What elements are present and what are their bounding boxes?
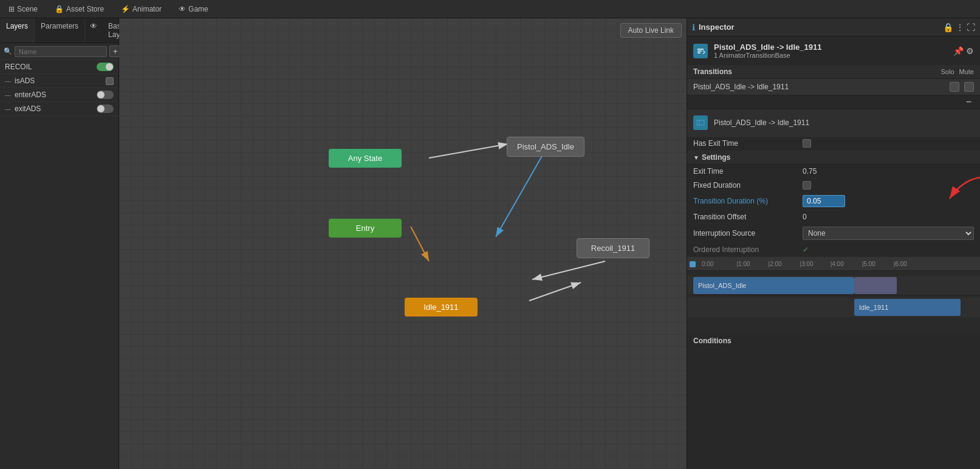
svg-line-6 bbox=[532, 261, 605, 279]
transition-offset-row: Transition Offset 0 bbox=[687, 210, 980, 224]
settings-header-icon[interactable]: ⚙ bbox=[966, 46, 974, 56]
param-enterads: — enterADS bbox=[0, 88, 118, 102]
param-exitads-label: exitADS bbox=[15, 104, 93, 113]
tab-row: Layers Parameters 👁 Base Layer bbox=[0, 18, 118, 43]
animator-icon: ⚡ bbox=[121, 5, 130, 13]
transition-row[interactable]: Pistol_ADS_Idle -> Idle_1911 bbox=[687, 79, 980, 95]
state-any-state[interactable]: Any State bbox=[329, 149, 402, 168]
param-exitads-toggle[interactable] bbox=[97, 104, 114, 113]
auto-live-button[interactable]: Auto Live Link bbox=[620, 23, 682, 38]
exit-time-value: 0.75 bbox=[803, 167, 974, 176]
sub-transition-section: Pistol_ADS_Idle -> Idle_1911 bbox=[687, 109, 980, 137]
sub-transition-label: Pistol_ADS_Idle -> Idle_1911 bbox=[714, 118, 809, 127]
param-isads-dash: — bbox=[5, 78, 11, 84]
timeline-row-1: Pistol_ADS_Idle bbox=[687, 276, 980, 295]
param-enterads-dash: — bbox=[5, 92, 11, 98]
pin-icon[interactable]: 📌 bbox=[953, 46, 964, 56]
has-exit-time-checkbox[interactable] bbox=[803, 139, 811, 148]
canvas-area: Auto Live Link bbox=[119, 18, 687, 469]
state-entry[interactable]: Entry bbox=[329, 219, 402, 238]
inspector-title: Inspector bbox=[699, 22, 735, 32]
inspector-icon-group: 🔒 ⋮ ⛶ bbox=[943, 22, 975, 32]
timeline-track-pistol[interactable]: Pistol_ADS_Idle bbox=[693, 277, 854, 294]
minus-button[interactable]: − bbox=[964, 97, 974, 108]
ruler-mark-4: |4:00 bbox=[831, 261, 844, 267]
timeline-track-idle-label: Idle_1911 bbox=[859, 304, 888, 311]
conditions-section: Conditions bbox=[687, 332, 980, 350]
svg-line-5 bbox=[496, 152, 544, 237]
info-icon: ℹ bbox=[692, 22, 695, 32]
maximize-icon[interactable]: ⛶ bbox=[967, 22, 975, 32]
ruler-mark-5: |5:00 bbox=[862, 261, 875, 267]
fixed-duration-checkbox[interactable] bbox=[803, 181, 811, 190]
transition-duration-label: Transition Duration (%) bbox=[693, 197, 803, 205]
solo-mute-labels: Solo Mute bbox=[941, 68, 975, 75]
transition-info-text: Pistol_ADS_Idle -> Idle_1911 1 AnimatorT… bbox=[714, 43, 821, 59]
transition-header-subtitle: 1 AnimatorTransitionBase bbox=[714, 52, 821, 59]
svg-line-3 bbox=[429, 144, 508, 158]
param-enterads-toggle[interactable] bbox=[97, 91, 114, 99]
sub-transition-icon bbox=[693, 115, 708, 130]
state-pistol-ads-idle[interactable]: Pistol_ADS_Idle bbox=[507, 137, 584, 157]
tab-layers[interactable]: Layers bbox=[0, 18, 35, 43]
scene-label: Scene bbox=[17, 5, 38, 13]
scene-grid-icon: ⊞ bbox=[9, 5, 15, 13]
transition-icon bbox=[693, 44, 708, 58]
inspector-header: ℹ Inspector 🔒 ⋮ ⛶ bbox=[687, 18, 980, 36]
asset-store-tab[interactable]: 🔒 Asset Store bbox=[51, 0, 108, 18]
has-exit-time-row: Has Exit Time bbox=[687, 137, 980, 151]
scene-tab[interactable]: ⊞ Scene bbox=[5, 0, 41, 18]
exit-time-row: Exit Time 0.75 bbox=[687, 165, 980, 179]
right-panel: ℹ Inspector 🔒 ⋮ ⛶ Pistol_ADS_Idle -> Idl… bbox=[687, 18, 980, 469]
top-bar: ⊞ Scene 🔒 Asset Store ⚡ Animator 👁 Game bbox=[0, 0, 980, 18]
conditions-label: Conditions bbox=[693, 337, 732, 345]
more-options-icon[interactable]: ⋮ bbox=[956, 22, 964, 32]
main-layout: Layers Parameters 👁 Base Layer 🔍 + ▾ REC… bbox=[0, 18, 980, 469]
fixed-duration-row: Fixed Duration bbox=[687, 179, 980, 193]
ordered-interruption-label: Ordered Interruption bbox=[693, 245, 803, 254]
any-state-label: Any State bbox=[348, 154, 382, 163]
param-isads-checkbox[interactable] bbox=[106, 77, 114, 85]
timeline-area: 0:00 |1:00 |2:00 |3:00 |4:00 |5:00 |6:00… bbox=[687, 257, 980, 332]
transition-offset-value: 0 bbox=[803, 213, 974, 221]
timeline-row-2: Idle_1911 bbox=[687, 298, 980, 317]
param-recoil-label: RECOIL bbox=[5, 63, 93, 71]
ordered-interruption-check: ✓ bbox=[803, 245, 809, 254]
interruption-source-row: Interruption Source None Current State N… bbox=[687, 224, 980, 243]
transition-mute-checkbox[interactable] bbox=[964, 82, 974, 92]
tab-parameters[interactable]: Parameters bbox=[35, 18, 85, 43]
solo-label: Solo bbox=[941, 68, 954, 75]
animator-label: Animator bbox=[132, 5, 162, 13]
param-exitads-dash: — bbox=[5, 106, 11, 112]
timeline-ruler-marks: 0:00 |1:00 |2:00 |3:00 |4:00 |5:00 |6:00 bbox=[696, 261, 907, 267]
settings-toggle[interactable]: ▼ Settings bbox=[687, 151, 980, 165]
pistol-ads-idle-label: Pistol_ADS_Idle bbox=[517, 142, 574, 151]
fixed-duration-label: Fixed Duration bbox=[693, 181, 803, 190]
param-recoil-toggle[interactable] bbox=[97, 63, 114, 71]
eye-icon[interactable]: 👁 bbox=[85, 18, 102, 43]
transition-row-label: Pistol_ADS_Idle -> Idle_1911 bbox=[693, 83, 945, 91]
timeline-body: Pistol_ADS_Idle Idle_1911 bbox=[687, 271, 980, 332]
transition-solo-checkbox[interactable] bbox=[950, 82, 959, 92]
canvas-background[interactable]: Auto Live Link bbox=[119, 18, 687, 469]
transition-duration-row: Transition Duration (%) bbox=[687, 193, 980, 210]
idle-1911-label: Idle_1911 bbox=[423, 303, 458, 312]
lock-icon[interactable]: 🔒 bbox=[943, 22, 953, 32]
left-panel: Layers Parameters 👁 Base Layer 🔍 + ▾ REC… bbox=[0, 18, 119, 469]
transition-duration-input[interactable] bbox=[803, 195, 845, 207]
search-row: 🔍 + ▾ bbox=[0, 43, 118, 60]
animator-tab[interactable]: ⚡ Animator bbox=[117, 0, 165, 18]
svg-line-7 bbox=[529, 282, 581, 301]
game-label: Game bbox=[188, 5, 208, 13]
state-idle-1911[interactable]: Idle_1911 bbox=[405, 298, 478, 317]
ruler-mark-3: |3:00 bbox=[800, 261, 814, 267]
timeline-track-idle[interactable]: Idle_1911 bbox=[854, 299, 961, 316]
search-input[interactable] bbox=[15, 46, 107, 57]
svg-line-4 bbox=[411, 227, 429, 261]
state-recoil-1911[interactable]: Recoil_1911 bbox=[577, 238, 649, 258]
game-tab[interactable]: 👁 Game bbox=[175, 0, 212, 18]
asset-store-lock-icon: 🔒 bbox=[55, 5, 64, 13]
interruption-source-select[interactable]: None Current State Next State Both bbox=[803, 227, 974, 240]
param-enterads-label: enterADS bbox=[15, 91, 93, 99]
ruler-mark-6: |6:00 bbox=[894, 261, 907, 267]
